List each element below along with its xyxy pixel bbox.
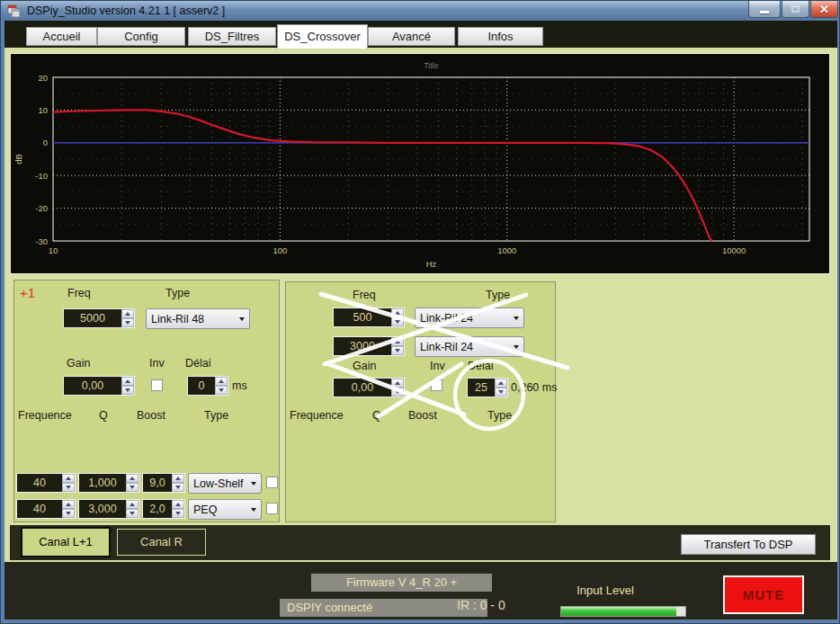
spin-up-icon	[498, 381, 504, 385]
tab-avance[interactable]: Avancé	[368, 27, 455, 46]
spin-up-button[interactable]	[121, 309, 134, 318]
gain-spinner-value[interactable]: 0,00	[64, 377, 121, 395]
eq-type-select[interactable]: PEQ	[188, 499, 262, 520]
eq-enable-checkbox[interactable]	[266, 477, 278, 488]
eq-freq-value[interactable]: 40	[17, 474, 62, 492]
spin-up-button[interactable]	[495, 379, 507, 388]
eq-header-type: Type	[204, 409, 228, 422]
freq-spinner: 5000	[63, 308, 135, 328]
eq-q-value[interactable]: 1,000	[79, 474, 126, 492]
tab-ds-filtres[interactable]: DS_Filtres	[188, 27, 276, 46]
input-level-fill	[561, 607, 676, 616]
close-button[interactable]: ✕	[810, 1, 838, 18]
chevron-down-icon	[514, 345, 519, 349]
svg-text:-10: -10	[35, 171, 48, 181]
spin-up-button[interactable]	[126, 474, 139, 483]
svg-text:10000: 10000	[722, 245, 746, 255]
spin-down-button[interactable]	[391, 388, 404, 397]
app-icon	[7, 4, 21, 18]
spin-down-button[interactable]	[391, 317, 404, 326]
spin-down-button[interactable]	[495, 388, 507, 397]
spin-up-button[interactable]	[391, 379, 404, 388]
freq-spinner-value[interactable]: 500	[334, 308, 391, 326]
type-select-value: Link-Ril 48	[151, 313, 236, 325]
spin-up-button[interactable]	[172, 500, 184, 509]
spin-down-button[interactable]	[62, 509, 75, 518]
type-select[interactable]: Link-Ril 24	[415, 336, 524, 357]
spin-down-button[interactable]	[126, 509, 139, 518]
type-select[interactable]: Link-Ril 24	[415, 308, 524, 328]
spin-up-icon	[175, 503, 181, 506]
channel-tab-strip: Canal L+1 Canal R Transfert To DSP	[10, 525, 830, 560]
eq-q-spinner: 1,000	[78, 473, 139, 493]
spin-up-button[interactable]	[62, 474, 75, 483]
inv-checkbox[interactable]	[431, 379, 442, 391]
spin-down-icon	[219, 388, 224, 392]
type-label: Type	[486, 289, 510, 301]
tab-ds-crossover[interactable]: DS_Crossover	[277, 24, 368, 49]
spin-up-button[interactable]	[172, 474, 184, 483]
mute-button[interactable]: MUTE	[723, 575, 804, 614]
freq-label: Freq	[67, 287, 91, 299]
eq-boost-value[interactable]: 9,0	[143, 474, 172, 492]
inv-checkbox[interactable]	[151, 379, 163, 391]
eq-q-value[interactable]: 3,000	[79, 500, 126, 518]
eq-boost-value[interactable]: 2,0	[143, 500, 172, 518]
chevron-down-icon	[251, 508, 256, 512]
spin-down-button[interactable]	[391, 346, 404, 355]
channel-tab-right[interactable]: Canal R	[117, 529, 206, 556]
spin-down-button[interactable]	[126, 483, 139, 492]
transfer-to-dsp-button[interactable]: Transfert To DSP	[681, 534, 816, 555]
spin-down-button[interactable]	[121, 318, 134, 327]
freq-spinner: 3000	[333, 336, 405, 356]
spin-down-icon	[498, 390, 504, 394]
spin-down-button[interactable]	[215, 386, 228, 395]
eq-q-spinner: 3,000	[78, 499, 139, 519]
status-bar: Firmware V 4_R 20 + DSPIY connecté IR : …	[4, 562, 837, 620]
tab-config[interactable]: Config	[97, 27, 185, 46]
spin-down-icon	[395, 390, 400, 394]
freq-spinner-value[interactable]: 3000	[334, 337, 391, 355]
spin-up-button[interactable]	[62, 500, 75, 509]
eq-freq-value[interactable]: 40	[17, 500, 62, 518]
spin-down-button[interactable]	[172, 509, 184, 518]
spin-down-button[interactable]	[62, 483, 75, 492]
spin-up-button[interactable]	[391, 337, 404, 346]
spin-up-button[interactable]	[391, 308, 404, 317]
crossover-chart-svg: 20100-10-20-3010100100010000TitleHzdB	[11, 54, 829, 273]
freq-spinner-value[interactable]: 5000	[64, 309, 121, 327]
spin-up-icon	[125, 312, 130, 316]
spin-up-icon	[395, 340, 400, 343]
spin-up-button[interactable]	[215, 377, 228, 386]
spin-up-button[interactable]	[126, 500, 139, 509]
gain-spinner-value[interactable]: 0,00	[334, 379, 391, 397]
delay-spinner-value[interactable]: 0	[188, 377, 215, 395]
spin-down-button[interactable]	[121, 386, 134, 395]
tab-infos[interactable]: Infos	[458, 27, 543, 46]
window-title: DSPiy_Studio version 4.21 1 [ asserv2 ]	[27, 1, 225, 21]
spin-up-button[interactable]	[121, 377, 134, 386]
gain-label: Gain	[353, 360, 376, 372]
minimize-button[interactable]	[748, 1, 781, 18]
freq-spinner: 500	[333, 308, 405, 327]
spin-up-icon	[395, 381, 400, 385]
tab-accueil[interactable]: Accueil	[26, 27, 97, 46]
firmware-status: Firmware V 4_R 20 +	[311, 574, 492, 592]
delay-spinner: 0	[187, 376, 228, 396]
spin-down-button[interactable]	[172, 483, 184, 492]
spin-down-icon	[130, 512, 135, 515]
freq-label: Freq	[353, 289, 376, 301]
channel-tab-left[interactable]: Canal L+1	[21, 527, 111, 557]
maximize-button[interactable]	[782, 1, 809, 18]
minimize-icon	[760, 11, 769, 13]
svg-text:100: 100	[273, 245, 287, 255]
delay-label: Délai	[468, 360, 494, 372]
delay-spinner-value[interactable]: 25	[468, 379, 495, 397]
type-select[interactable]: Link-Ril 48	[146, 308, 250, 329]
delay-unit-label: ms	[232, 379, 247, 392]
eq-type-select[interactable]: Low-Shelf	[188, 473, 262, 494]
eq-enable-checkbox[interactable]	[266, 503, 278, 514]
eq-header-q: Q	[99, 409, 108, 422]
svg-text:dB: dB	[13, 154, 23, 165]
channel-marker: +1	[20, 285, 35, 300]
